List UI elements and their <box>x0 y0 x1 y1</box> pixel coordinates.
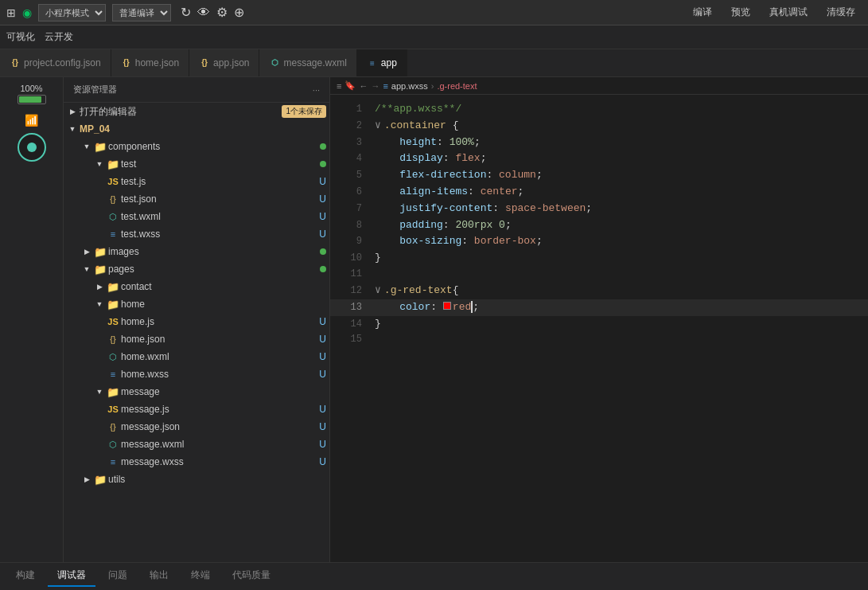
arrow-icon: ▼ <box>67 123 78 135</box>
tree-item-images[interactable]: ▶ 📁 images <box>64 243 329 260</box>
breadcrumb-back-icon[interactable]: ← <box>359 81 368 91</box>
folder-icon: 📁 <box>94 245 107 258</box>
code-line-4: 4 display: flex; <box>330 150 868 167</box>
code-line-10: 10 } <box>330 250 868 267</box>
status-dot <box>320 266 326 272</box>
tree-item-components[interactable]: ▼ 📁 components <box>64 138 329 155</box>
wxml-icon: ⬡ <box>269 57 280 68</box>
json-icon: {} <box>121 57 132 68</box>
mode-select[interactable]: 小程序模式 <box>38 4 106 21</box>
code-editor[interactable]: 1 /**app.wxss**/ 2 ∨.container { 3 heigh… <box>330 95 868 562</box>
wxml-file-icon: ⬡ <box>107 210 119 223</box>
tree-item-test-js[interactable]: JS test.js U <box>64 173 329 190</box>
unsaved-badge: U <box>319 404 326 415</box>
wxml-file-icon: ⬡ <box>107 350 119 363</box>
tree-item-message-js[interactable]: JS message.js U <box>64 400 329 418</box>
arrow-icon: ▶ <box>67 106 78 117</box>
tree-item-home-wxml[interactable]: ⬡ home.wxml U <box>64 348 329 365</box>
clear-cache-btn[interactable]: 清缓存 <box>820 6 862 19</box>
device-display: 100% <box>18 84 46 104</box>
refresh-icon[interactable]: ↻ <box>181 5 191 20</box>
breadcrumb: ≡ 🔖 ← → ≡ app.wxss › .g-red-text <box>330 77 868 95</box>
editor-tab-bar: {} project.config.json {} home.json {} a… <box>0 49 868 77</box>
folder-icon: 📁 <box>94 140 107 153</box>
breadcrumb-file[interactable]: app.wxss <box>391 81 428 91</box>
device-circle[interactable] <box>18 133 46 162</box>
battery-fill <box>19 96 42 103</box>
code-line-6: 6 align-items: center; <box>330 184 868 201</box>
unsaved-badge: U <box>319 351 326 362</box>
js-file-icon: JS <box>107 403 119 416</box>
tab-output[interactable]: 输出 <box>140 565 178 587</box>
arrow-icon: ▼ <box>81 141 92 152</box>
json-file-icon: {} <box>107 193 119 205</box>
status-dot <box>320 248 326 255</box>
secondary-toolbar: 可视化 云开发 <box>0 25 868 49</box>
tree-item-message[interactable]: ▼ 📁 message <box>64 383 329 400</box>
project-root[interactable]: ▼ MP_04 <box>64 120 329 138</box>
tree-item-test-json[interactable]: {} test.json U <box>64 190 329 208</box>
tree-item-message-json[interactable]: {} message.json U <box>64 418 329 436</box>
breadcrumb-selector[interactable]: .g-red-text <box>437 81 477 91</box>
preview-icon[interactable]: 👁 <box>197 6 210 20</box>
status-dot <box>320 161 326 167</box>
tree-item-message-wxml[interactable]: ⬡ message.wxml U <box>64 436 329 453</box>
cloud-dev-btn[interactable]: 云开发 <box>45 30 73 44</box>
tree-item-test[interactable]: ▼ 📁 test <box>64 155 329 173</box>
unsaved-badge: U <box>319 456 326 467</box>
tab-app-wxss[interactable]: ≡ app <box>357 49 407 76</box>
tab-code-quality[interactable]: 代码质量 <box>223 565 280 587</box>
breadcrumb-forward-icon[interactable]: → <box>371 81 380 91</box>
tree-item-home-js[interactable]: JS home.js U <box>64 313 329 330</box>
real-debug-btn[interactable]: 真机调试 <box>763 6 814 19</box>
js-file-icon: JS <box>107 315 119 328</box>
new-tab-icon[interactable]: ⊞ <box>6 6 16 19</box>
bottom-upper-tabs: 构建 调试器 问题 输出 终端 代码质量 <box>0 563 868 590</box>
visualize-btn[interactable]: 可视化 <box>6 30 35 44</box>
breadcrumb-menu-icon[interactable]: ≡ <box>337 81 341 91</box>
json-icon: {} <box>199 57 210 68</box>
compile-btn[interactable]: 编译 <box>687 6 718 19</box>
editor-area: ≡ 🔖 ← → ≡ app.wxss › .g-red-text 1 /**ap… <box>330 77 868 562</box>
bookmark-icon[interactable]: 🔖 <box>344 80 356 91</box>
sidebar-header: 资源管理器 ··· <box>64 77 329 103</box>
opened-editors-section[interactable]: ▶ 打开的编辑器 1个未保存 <box>64 103 329 120</box>
json-icon: {} <box>10 57 21 68</box>
more-icon[interactable]: ··· <box>313 85 320 95</box>
unsaved-badge: U <box>319 229 326 240</box>
main-layout: 100% 📶 资源管理器 ··· ▶ 打开的编辑器 1个未保存 <box>0 77 868 562</box>
tree-item-utils[interactable]: ▶ 📁 utils <box>64 471 329 488</box>
unsaved-badge: U <box>319 176 326 187</box>
tab-problems[interactable]: 问题 <box>99 565 137 587</box>
folder-icon: 📁 <box>107 280 119 293</box>
code-line-9: 9 box-sizing: border-box; <box>330 233 868 250</box>
compile-select[interactable]: 普通编译 <box>112 4 171 21</box>
tree-item-test-wxml[interactable]: ⬡ test.wxml U <box>64 208 329 225</box>
code-line-15: 15 <box>330 332 868 348</box>
tab-app-json[interactable]: {} app.json <box>189 49 259 76</box>
tree-item-home-json[interactable]: {} home.json U <box>64 330 329 348</box>
tree-item-contact[interactable]: ▶ 📁 contact <box>64 278 329 295</box>
tree-item-test-wxss[interactable]: ≡ test.wxss U <box>64 225 329 243</box>
tab-terminal[interactable]: 终端 <box>181 565 220 587</box>
wxss-file-icon: ≡ <box>107 455 119 468</box>
tab-debugger[interactable]: 调试器 <box>48 565 95 587</box>
wechat-icon[interactable]: ◉ <box>22 6 32 19</box>
tree-item-pages[interactable]: ▼ 📁 pages <box>64 260 329 278</box>
folder-icon: 📁 <box>107 298 119 311</box>
tree-item-message-wxss[interactable]: ≡ message.wxss U <box>64 453 329 471</box>
tab-message-wxml[interactable]: ⬡ message.wxml <box>259 49 356 76</box>
tree-item-home[interactable]: ▼ 📁 home <box>64 295 329 313</box>
arrow-icon: ▼ <box>94 299 105 310</box>
arrow-icon: ▼ <box>94 386 105 397</box>
preview-btn[interactable]: 预览 <box>725 6 757 19</box>
tab-home-json[interactable]: {} home.json <box>111 49 189 76</box>
tab-project-config[interactable]: {} project.config.json <box>0 49 111 76</box>
layers-icon[interactable]: ⊕ <box>234 5 244 20</box>
debug-icon[interactable]: ⚙ <box>216 5 228 20</box>
folder-icon: 📁 <box>94 263 107 275</box>
unsaved-badge: U <box>319 193 326 205</box>
tab-build[interactable]: 构建 <box>6 565 45 587</box>
code-line-1: 1 /**app.wxss**/ <box>330 101 868 118</box>
tree-item-home-wxss[interactable]: ≡ home.wxss U <box>64 365 329 383</box>
